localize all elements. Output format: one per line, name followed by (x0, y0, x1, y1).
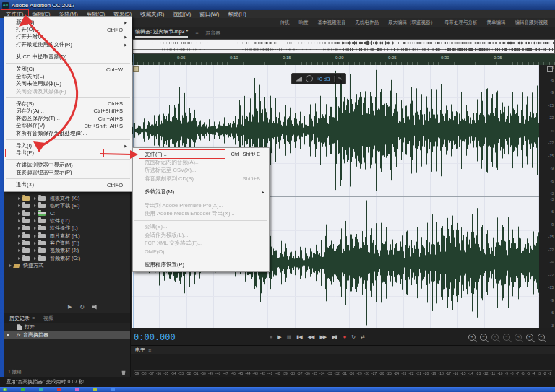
file-menu-item[interactable]: 全部关闭(L) (4, 73, 132, 80)
file-menu-item[interactable]: 关闭(C) Ctrl+W (4, 66, 132, 73)
软件 (D:)[interactable]: 软件 (D:) (4, 217, 130, 225)
模板文件 (K:)[interactable]: 模板文件 (K:) (4, 195, 130, 202)
skip-forward[interactable]: ▶▮ (332, 334, 337, 340)
file-menu-item[interactable]: 导出(E) (4, 149, 132, 157)
tab-editor[interactable]: 编辑器: 过火细节.mp3 * (135, 28, 188, 38)
taskbar-app-icon[interactable] (93, 388, 97, 391)
timeline-ruler[interactable]: 0:050:100:150:200:250:300:35 (132, 54, 555, 65)
volume-knob-icon[interactable] (306, 75, 313, 82)
disclosure-icon[interactable] (18, 227, 20, 230)
file-menu-item[interactable]: 在媒体浏览器中显示(M) (4, 162, 132, 169)
disclosure-icon[interactable] (34, 257, 36, 260)
file-menu-item[interactable]: 新建(N) (4, 19, 132, 26)
disclosure-icon[interactable] (34, 235, 36, 238)
disclosure-icon[interactable] (34, 212, 36, 215)
export-submenu-item[interactable]: 应用程序设置(P)... (133, 261, 269, 269)
loop-playback[interactable]: ↻ (351, 334, 355, 340)
taskbar-app-icon[interactable] (39, 388, 43, 391)
panel-corner-icon[interactable] (547, 66, 553, 72)
taskbar-app-icon[interactable] (21, 388, 25, 391)
preview-volume-icon[interactable] (92, 305, 98, 310)
menu-bar-item[interactable]: 视图(V) (168, 10, 195, 18)
tab-video[interactable]: 视频 (43, 315, 53, 322)
file-menu-item[interactable]: 保存(S) Ctrl+S (4, 100, 132, 108)
file-menu-item[interactable]: 将选区保存为(T)... Ctrl+Alt+S (4, 115, 132, 122)
trash-icon[interactable] (121, 370, 126, 375)
disclosure-icon[interactable] (18, 197, 20, 200)
volume-hud[interactable]: +0 dB ✎ (291, 73, 346, 84)
zoom-out-time[interactable]: − (503, 334, 510, 341)
zoom-in-time[interactable]: + (491, 334, 499, 341)
视频素材 (J:)[interactable]: 视频素材 (J:) (4, 247, 130, 254)
disclosure-icon[interactable] (9, 264, 12, 267)
disclosure-icon[interactable] (18, 242, 20, 245)
volume-db-value[interactable]: +0 dB (317, 77, 330, 82)
disclosure-icon[interactable] (18, 257, 20, 260)
file-menu-item[interactable]: 全部保存(V) Ctrl+Shift+Alt+S (4, 122, 132, 129)
zoom-out[interactable]: − (480, 334, 487, 341)
export-submenu-item[interactable]: 所选标记至 CSV(X)... (133, 167, 269, 175)
音频素材 (G:)[interactable]: 音频素材 (G:) (4, 254, 130, 261)
stop[interactable]: ■ (270, 334, 272, 339)
软件操作 (I:)[interactable]: 软件操作 (I:) (4, 225, 130, 232)
zoom-selection[interactable]: ◂ (515, 334, 522, 341)
export-submenu-item[interactable]: 范围标记内的音频(A)... (133, 158, 269, 166)
taskbar-app-icon[interactable] (111, 388, 115, 391)
time-display[interactable]: 0:00.000 (134, 332, 176, 342)
disclosure-icon[interactable] (34, 197, 36, 200)
rewind[interactable]: ◀◀ (308, 334, 314, 340)
shortcuts-row[interactable]: 快捷方式 (4, 262, 130, 269)
play[interactable]: ▶ (278, 334, 280, 340)
history-item[interactable]: fx 音高换挡器 (4, 331, 130, 339)
panel-menu-icon[interactable]: ≡ (148, 348, 151, 353)
file-menu-item[interactable]: 打开并附加 (4, 33, 132, 40)
file-menu-item[interactable]: 另存为(A)... Ctrl+Shift+S (4, 108, 132, 115)
export-submenu-item[interactable]: 文件(F)... Ctrl+Shift+E (133, 150, 269, 158)
menu-bar-item[interactable]: 窗口(W) (195, 10, 223, 18)
file-menu-item[interactable]: 关闭未使用媒体(U) (4, 80, 132, 87)
menu-bar-item[interactable]: 收藏夹(R) (136, 10, 168, 18)
disclosure-icon[interactable] (18, 235, 20, 238)
taskbar-app-icon[interactable] (75, 388, 79, 391)
start-button-icon[interactable] (3, 388, 7, 391)
tab-history[interactable]: 历史记录 ≡ (9, 315, 35, 322)
disclosure-icon[interactable] (18, 212, 20, 215)
pause[interactable]: ▮▮ (287, 334, 291, 340)
export-submenu-item[interactable]: 会话(S)... (133, 223, 269, 231)
export-submenu-item[interactable]: 导出到 Adobe Premiere Pro(X)... (133, 201, 269, 209)
C:[interactable]: C: (4, 210, 130, 217)
disclosure-icon[interactable] (34, 219, 36, 222)
file-menu-item[interactable]: 打开(O)... Ctrl+O (4, 26, 132, 33)
disclosure-icon[interactable] (34, 242, 36, 245)
tab-mixer[interactable]: 混音器 (205, 30, 220, 37)
fast-forward[interactable]: ▶▶ (319, 334, 326, 340)
export-submenu-item[interactable]: 多轨混音(M) (133, 188, 269, 196)
临时下载 (E:)[interactable]: 临时下载 (E:) (4, 202, 130, 209)
zoom-in[interactable]: + (468, 334, 476, 341)
disclosure-icon[interactable] (18, 204, 20, 207)
ruler-start-marker[interactable] (133, 66, 139, 72)
taskbar-app-icon[interactable] (57, 388, 61, 391)
disclosure-icon[interactable] (18, 249, 20, 252)
menu-bar-item[interactable]: 帮助(H) (223, 10, 250, 18)
history-item[interactable]: fx 打开 (4, 323, 130, 331)
skip-selection[interactable]: ⇄ (361, 334, 364, 340)
zoom-in-amplitude[interactable]: + (526, 334, 533, 341)
客户资料 (F:)[interactable]: 客户资料 (F:) (4, 240, 130, 247)
preview-loop-icon[interactable]: ↻ (79, 305, 85, 310)
disclosure-icon[interactable] (34, 204, 36, 207)
file-menu-item[interactable]: 打开最近使用的文件(R) (4, 41, 132, 48)
skip-back[interactable]: ▮◀ (296, 334, 301, 340)
disclosure-icon[interactable] (18, 219, 20, 222)
panel-menu-icon[interactable]: ≡ (32, 315, 35, 321)
export-submenu-item[interactable]: 将音频刻录到 CD(B)... Shift+B (133, 175, 269, 183)
preview-play-icon[interactable]: ▶ (68, 304, 72, 310)
图片素材 (H:)[interactable]: 图片素材 (H:) (4, 232, 130, 239)
file-menu-item[interactable]: 在资源管理器中显示(P) (4, 169, 132, 176)
file-menu-item[interactable]: 将所有音频保存为批处理(B)... (4, 129, 132, 136)
export-submenu-item[interactable]: 会话作为模板(L)... (133, 231, 269, 239)
disclosure-icon[interactable] (34, 227, 36, 230)
disclosure-icon[interactable] (34, 249, 36, 252)
pencil-icon[interactable]: ✎ (338, 76, 343, 82)
export-submenu-item[interactable]: FCP XML 交换格式(F)... (133, 240, 269, 248)
